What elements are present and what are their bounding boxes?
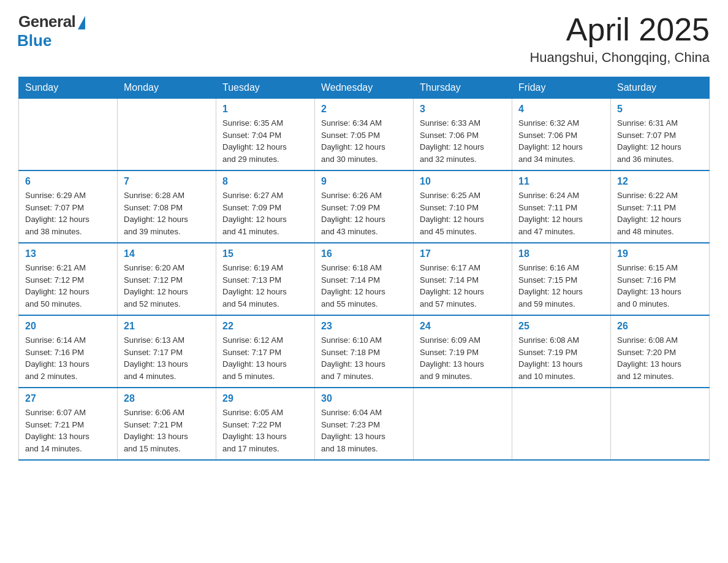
day-number: 9 bbox=[321, 176, 407, 187]
day-number: 26 bbox=[617, 321, 703, 332]
day-detail: Sunrise: 6:10 AMSunset: 7:18 PMDaylight:… bbox=[321, 334, 407, 382]
calendar-cell bbox=[19, 99, 118, 171]
day-number: 6 bbox=[25, 176, 111, 187]
location-text: Huangshui, Chongqing, China bbox=[529, 50, 710, 66]
day-number: 20 bbox=[25, 321, 111, 332]
day-detail: Sunrise: 6:18 AMSunset: 7:14 PMDaylight:… bbox=[321, 262, 407, 310]
calendar-cell: 26Sunrise: 6:08 AMSunset: 7:20 PMDayligh… bbox=[611, 315, 710, 388]
calendar-cell: 15Sunrise: 6:19 AMSunset: 7:13 PMDayligh… bbox=[216, 243, 315, 315]
day-detail: Sunrise: 6:22 AMSunset: 7:11 PMDaylight:… bbox=[617, 190, 703, 237]
header-cell-monday: Monday bbox=[118, 77, 216, 99]
day-detail: Sunrise: 6:24 AMSunset: 7:11 PMDaylight:… bbox=[518, 190, 604, 237]
day-detail: Sunrise: 6:17 AMSunset: 7:14 PMDaylight:… bbox=[420, 262, 506, 310]
calendar-cell: 18Sunrise: 6:16 AMSunset: 7:15 PMDayligh… bbox=[512, 243, 611, 315]
header-cell-tuesday: Tuesday bbox=[216, 77, 315, 99]
day-number: 29 bbox=[222, 393, 308, 404]
day-detail: Sunrise: 6:26 AMSunset: 7:09 PMDaylight:… bbox=[321, 190, 407, 237]
calendar-cell: 12Sunrise: 6:22 AMSunset: 7:11 PMDayligh… bbox=[611, 170, 710, 243]
day-detail: Sunrise: 6:09 AMSunset: 7:19 PMDaylight:… bbox=[420, 334, 506, 382]
calendar-cell bbox=[118, 99, 216, 171]
day-number: 15 bbox=[222, 248, 308, 259]
header-cell-thursday: Thursday bbox=[414, 77, 512, 99]
calendar-cell: 1Sunrise: 6:35 AMSunset: 7:04 PMDaylight… bbox=[216, 99, 315, 171]
calendar-cell: 9Sunrise: 6:26 AMSunset: 7:09 PMDaylight… bbox=[315, 170, 414, 243]
logo-blue-text: Blue bbox=[17, 31, 51, 50]
calendar-cell: 29Sunrise: 6:05 AMSunset: 7:22 PMDayligh… bbox=[216, 388, 315, 460]
day-number: 1 bbox=[222, 104, 308, 115]
calendar-cell: 4Sunrise: 6:32 AMSunset: 7:06 PMDaylight… bbox=[512, 99, 611, 171]
day-detail: Sunrise: 6:20 AMSunset: 7:12 PMDaylight:… bbox=[124, 262, 210, 310]
day-detail: Sunrise: 6:34 AMSunset: 7:05 PMDaylight:… bbox=[321, 117, 407, 165]
day-detail: Sunrise: 6:08 AMSunset: 7:20 PMDaylight:… bbox=[617, 334, 703, 382]
header-cell-wednesday: Wednesday bbox=[315, 77, 414, 99]
header-cell-friday: Friday bbox=[512, 77, 611, 99]
logo: General Blue bbox=[18, 12, 85, 50]
day-detail: Sunrise: 6:13 AMSunset: 7:17 PMDaylight:… bbox=[124, 334, 210, 382]
calendar-cell: 6Sunrise: 6:29 AMSunset: 7:07 PMDaylight… bbox=[19, 170, 118, 243]
calendar-cell: 28Sunrise: 6:06 AMSunset: 7:21 PMDayligh… bbox=[118, 388, 216, 460]
calendar-cell: 21Sunrise: 6:13 AMSunset: 7:17 PMDayligh… bbox=[118, 315, 216, 388]
calendar-cell: 24Sunrise: 6:09 AMSunset: 7:19 PMDayligh… bbox=[414, 315, 512, 388]
calendar-header: SundayMondayTuesdayWednesdayThursdayFrid… bbox=[19, 77, 710, 99]
day-number: 21 bbox=[124, 321, 210, 332]
calendar-cell: 30Sunrise: 6:04 AMSunset: 7:23 PMDayligh… bbox=[315, 388, 414, 460]
day-number: 8 bbox=[222, 176, 308, 187]
week-row-5: 27Sunrise: 6:07 AMSunset: 7:21 PMDayligh… bbox=[19, 388, 710, 460]
day-number: 19 bbox=[617, 248, 703, 259]
calendar-cell: 11Sunrise: 6:24 AMSunset: 7:11 PMDayligh… bbox=[512, 170, 611, 243]
day-number: 2 bbox=[321, 104, 407, 115]
day-detail: Sunrise: 6:14 AMSunset: 7:16 PMDaylight:… bbox=[25, 334, 111, 382]
calendar-cell bbox=[512, 388, 611, 460]
day-number: 13 bbox=[25, 248, 111, 259]
day-detail: Sunrise: 6:21 AMSunset: 7:12 PMDaylight:… bbox=[25, 262, 111, 310]
day-number: 14 bbox=[124, 248, 210, 259]
calendar-cell: 17Sunrise: 6:17 AMSunset: 7:14 PMDayligh… bbox=[414, 243, 512, 315]
day-number: 5 bbox=[617, 104, 703, 115]
day-detail: Sunrise: 6:15 AMSunset: 7:16 PMDaylight:… bbox=[617, 262, 703, 310]
calendar-body: 1Sunrise: 6:35 AMSunset: 7:04 PMDaylight… bbox=[19, 99, 710, 461]
day-detail: Sunrise: 6:33 AMSunset: 7:06 PMDaylight:… bbox=[420, 117, 506, 165]
day-detail: Sunrise: 6:07 AMSunset: 7:21 PMDaylight:… bbox=[25, 407, 111, 454]
calendar-cell: 25Sunrise: 6:08 AMSunset: 7:19 PMDayligh… bbox=[512, 315, 611, 388]
header-row: SundayMondayTuesdayWednesdayThursdayFrid… bbox=[19, 77, 710, 99]
calendar-cell: 3Sunrise: 6:33 AMSunset: 7:06 PMDaylight… bbox=[414, 99, 512, 171]
logo-triangle-icon bbox=[78, 16, 85, 29]
day-number: 12 bbox=[617, 176, 703, 187]
day-detail: Sunrise: 6:12 AMSunset: 7:17 PMDaylight:… bbox=[222, 334, 308, 382]
day-number: 18 bbox=[518, 248, 604, 259]
day-number: 23 bbox=[321, 321, 407, 332]
calendar-cell: 27Sunrise: 6:07 AMSunset: 7:21 PMDayligh… bbox=[19, 388, 118, 460]
calendar-cell: 16Sunrise: 6:18 AMSunset: 7:14 PMDayligh… bbox=[315, 243, 414, 315]
day-detail: Sunrise: 6:19 AMSunset: 7:13 PMDaylight:… bbox=[222, 262, 308, 310]
day-detail: Sunrise: 6:29 AMSunset: 7:07 PMDaylight:… bbox=[25, 190, 111, 237]
calendar-cell: 14Sunrise: 6:20 AMSunset: 7:12 PMDayligh… bbox=[118, 243, 216, 315]
header-cell-saturday: Saturday bbox=[611, 77, 710, 99]
day-detail: Sunrise: 6:35 AMSunset: 7:04 PMDaylight:… bbox=[222, 117, 308, 165]
header-cell-sunday: Sunday bbox=[19, 77, 118, 99]
calendar-cell: 7Sunrise: 6:28 AMSunset: 7:08 PMDaylight… bbox=[118, 170, 216, 243]
calendar-cell: 22Sunrise: 6:12 AMSunset: 7:17 PMDayligh… bbox=[216, 315, 315, 388]
calendar-table: SundayMondayTuesdayWednesdayThursdayFrid… bbox=[18, 77, 710, 461]
day-detail: Sunrise: 6:16 AMSunset: 7:15 PMDaylight:… bbox=[518, 262, 604, 310]
calendar-cell: 10Sunrise: 6:25 AMSunset: 7:10 PMDayligh… bbox=[414, 170, 512, 243]
calendar-cell: 19Sunrise: 6:15 AMSunset: 7:16 PMDayligh… bbox=[611, 243, 710, 315]
calendar-cell bbox=[611, 388, 710, 460]
calendar-cell: 23Sunrise: 6:10 AMSunset: 7:18 PMDayligh… bbox=[315, 315, 414, 388]
day-number: 27 bbox=[25, 393, 111, 404]
day-number: 24 bbox=[420, 321, 506, 332]
day-number: 16 bbox=[321, 248, 407, 259]
week-row-1: 1Sunrise: 6:35 AMSunset: 7:04 PMDaylight… bbox=[19, 99, 710, 171]
month-title: April 2025 bbox=[529, 12, 710, 47]
day-detail: Sunrise: 6:05 AMSunset: 7:22 PMDaylight:… bbox=[222, 407, 308, 454]
week-row-2: 6Sunrise: 6:29 AMSunset: 7:07 PMDaylight… bbox=[19, 170, 710, 243]
day-number: 30 bbox=[321, 393, 407, 404]
calendar-cell bbox=[414, 388, 512, 460]
day-detail: Sunrise: 6:04 AMSunset: 7:23 PMDaylight:… bbox=[321, 407, 407, 454]
day-number: 22 bbox=[222, 321, 308, 332]
day-detail: Sunrise: 6:25 AMSunset: 7:10 PMDaylight:… bbox=[420, 190, 506, 237]
logo-general-text: General bbox=[18, 12, 75, 31]
day-number: 25 bbox=[518, 321, 604, 332]
day-number: 11 bbox=[518, 176, 604, 187]
day-number: 3 bbox=[420, 104, 506, 115]
day-detail: Sunrise: 6:32 AMSunset: 7:06 PMDaylight:… bbox=[518, 117, 604, 165]
